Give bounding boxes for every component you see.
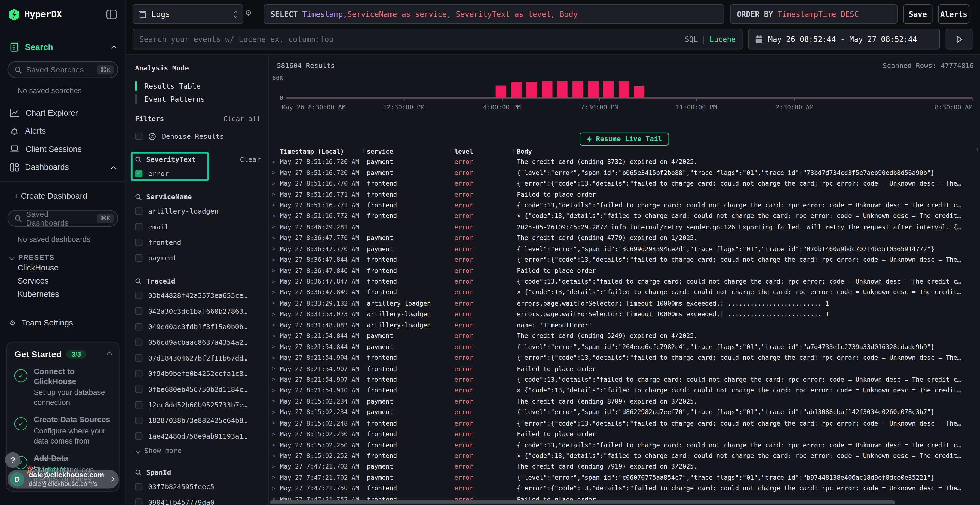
expand-chevron-icon[interactable]: > [269,300,280,306]
expand-chevron-icon[interactable]: > [269,420,280,426]
table-row[interactable]: > May 27 7:47:21.702 AM payment error Th… [269,461,980,472]
checkbox[interactable] [135,483,143,491]
expand-chevron-icon[interactable]: > [269,344,280,350]
table-options-icon[interactable]: ⁞ [977,147,978,154]
checkbox[interactable] [135,354,143,362]
checkbox[interactable] [135,432,143,440]
checkbox[interactable] [135,370,143,377]
expand-chevron-icon[interactable]: > [269,278,280,284]
preset-item[interactable]: Services [18,274,126,287]
table-row[interactable]: > May 27 8:33:29.132 AM artillery-loadge… [269,298,980,308]
preset-item[interactable]: ClickHouse [18,261,126,274]
alerts-button[interactable]: Alerts [938,4,969,24]
expand-chevron-icon[interactable]: > [269,159,280,165]
denoise-checkbox[interactable] [135,132,143,140]
get-started-item[interactable]: Create Data Sources Configure where your… [14,416,111,446]
table-row[interactable]: > May 27 8:51:16.720 AM payment error Th… [269,156,980,167]
expand-chevron-icon[interactable]: > [269,365,280,372]
help-button[interactable]: ? [5,452,21,468]
checked-checkbox[interactable] [135,170,143,178]
search-input[interactable] [139,35,685,43]
search-icon[interactable] [135,469,142,476]
severity-clear-button[interactable]: Clear [240,156,261,164]
horizontal-scrollbar[interactable] [270,500,895,504]
checkbox[interactable] [135,386,143,393]
denoise-results-row[interactable]: Denoise Results [135,130,261,142]
expand-chevron-icon[interactable]: > [269,180,280,187]
search-mode-sql[interactable]: SQL [685,35,698,43]
table-row[interactable]: > May 27 8:51:16.720 AM payment error {"… [269,167,980,178]
create-dashboard-button[interactable]: + Create Dashboard [0,187,126,204]
expand-chevron-icon[interactable]: > [269,441,280,448]
filter-option[interactable]: 07d184304627bf2f11b67dd… [135,353,261,364]
chevron-up-icon[interactable] [112,41,116,52]
order-by-input[interactable]: ORDER BY TimestampTime DESC [730,4,897,24]
filter-option[interactable]: 1ae42480d758e9ab91193a1… [135,430,261,441]
checkbox[interactable] [135,401,143,409]
expand-chevron-icon[interactable]: > [269,311,280,317]
filter-option[interactable]: 042a30c3dc1baf660b27863… [135,306,261,317]
expand-chevron-icon[interactable]: > [269,431,280,437]
sidebar-collapse-icon[interactable] [106,9,117,19]
presets-toggle[interactable]: PRESETS [10,254,126,261]
search-icon[interactable] [135,156,142,163]
filter-option[interactable]: frontend [135,237,261,248]
expand-chevron-icon[interactable]: > [269,235,280,241]
filter-option[interactable]: 0f94b9befe0b4252ccfa1c8… [135,368,261,379]
checkbox[interactable] [135,308,143,315]
table-row[interactable]: > May 27 8:21:54.910 AM frontend error ×… [269,385,980,396]
sidebar-item-client-sessions[interactable]: Client Sessions [0,140,126,158]
filter-option[interactable]: 09041fb457779da0 [135,497,261,505]
expand-chevron-icon[interactable]: > [269,289,280,295]
expand-chevron-icon[interactable]: > [269,485,280,492]
table-row[interactable]: > May 27 8:15:02.250 AM frontend error F… [269,429,980,440]
expand-chevron-icon[interactable]: > [269,191,280,197]
sidebar-item-dashboards[interactable]: Dashboards [0,158,126,176]
expand-chevron-icon[interactable]: > [269,453,280,459]
save-button[interactable]: Save [903,4,932,24]
table-row[interactable]: > May 27 8:36:47.847 AM frontend error {… [269,276,980,287]
table-row[interactable]: > May 27 8:15:02.252 AM frontend error ×… [269,450,980,461]
chevron-up-icon[interactable] [107,351,112,357]
filter-option[interactable]: 12ec8dd52b60b9525733b7e… [135,399,261,410]
table-row[interactable]: > May 27 8:21:54.844 AM payment error Th… [269,330,980,341]
clear-all-button[interactable]: Clear all [223,115,261,123]
traceid-show-more[interactable]: Show more [136,447,261,455]
filter-option[interactable]: 056cd9acbaac8637a4354a2… [135,337,261,348]
table-row[interactable]: > May 27 8:36:47.846 AM frontend error F… [269,265,980,276]
table-row[interactable]: > May 27 8:36:47.849 AM frontend error ×… [269,287,980,298]
get-started-item[interactable]: Connect to ClickHouse Set up your databa… [14,367,111,408]
filter-option[interactable]: 049ed0ac3fdb1f3f15a0b0b… [135,321,261,332]
filter-option[interactable]: 03b44828f42a3573ea655ce… [135,290,261,301]
expand-chevron-icon[interactable]: > [269,257,280,263]
table-row[interactable]: > May 27 8:36:47.844 AM frontend error {… [269,254,980,265]
column-resize-handle[interactable]: ⁞ [447,148,454,154]
table-row[interactable]: > May 27 8:36:47.770 AM payment error {"… [269,243,980,254]
expand-chevron-icon[interactable]: > [269,475,280,481]
col-header-service[interactable]: service [367,148,447,154]
get-started-header[interactable]: Get Started 3/3 [14,349,111,359]
resume-live-tail-button[interactable]: Resume Live Tail [580,132,669,146]
table-row[interactable]: > May 27 8:15:02.250 AM frontend error {… [269,440,980,450]
mode-event-patterns[interactable]: Event Patterns [135,92,261,106]
select-columns-input[interactable]: SELECT Timestamp, ServiceName as service… [264,4,724,24]
expand-chevron-icon[interactable]: > [269,213,280,219]
table-row[interactable]: > May 27 8:15:02.234 AM payment error Th… [269,396,980,407]
column-resize-handle[interactable]: ⁞ [361,148,367,154]
table-row[interactable]: > May 27 8:51:16.772 AM frontend error ×… [269,211,980,221]
source-settings-gear-icon[interactable]: ⚙ [245,7,251,18]
table-row[interactable]: > May 27 8:31:48.083 AM artillery-loadge… [269,320,980,330]
search-mode-lucene[interactable]: Lucene [710,35,735,43]
expand-chevron-icon[interactable]: > [269,409,280,415]
checkbox[interactable] [135,207,143,215]
preset-item[interactable]: Kubernetes [18,287,126,300]
checkbox[interactable] [135,223,143,231]
table-row[interactable]: > May 27 8:21:54.844 AM payment error {"… [269,341,980,353]
table-row[interactable]: > May 27 8:51:16.770 AM frontend error {… [269,178,980,189]
col-header-level[interactable]: level [454,148,510,154]
chevron-up-icon[interactable] [112,161,116,173]
sidebar-item-team-settings[interactable]: ⚙ Team Settings [0,314,126,330]
date-range-picker[interactable]: May 26 08:52:44 - May 27 08:52:44 [748,29,940,49]
user-account-chip[interactable]: D dale@clickhouse.com dale@clickhouse.co… [8,470,119,489]
table-row[interactable]: > May 27 8:15:02.248 AM frontend error {… [269,418,980,429]
